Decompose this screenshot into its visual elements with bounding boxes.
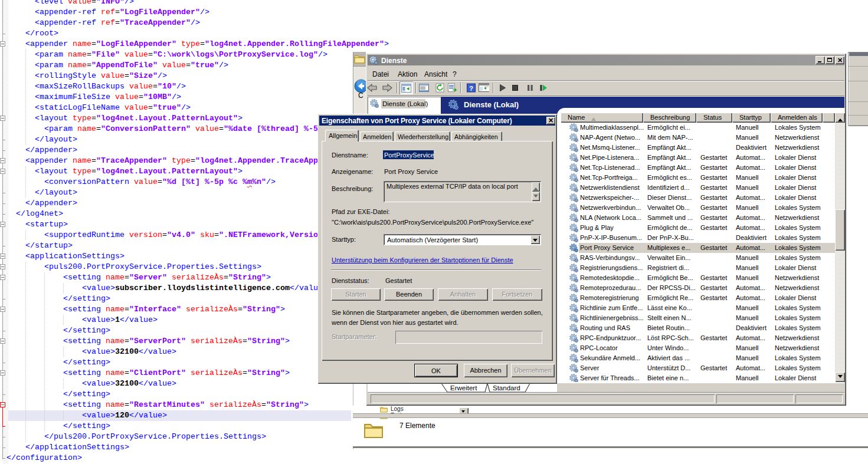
svg-text:?: ? <box>469 85 473 92</box>
